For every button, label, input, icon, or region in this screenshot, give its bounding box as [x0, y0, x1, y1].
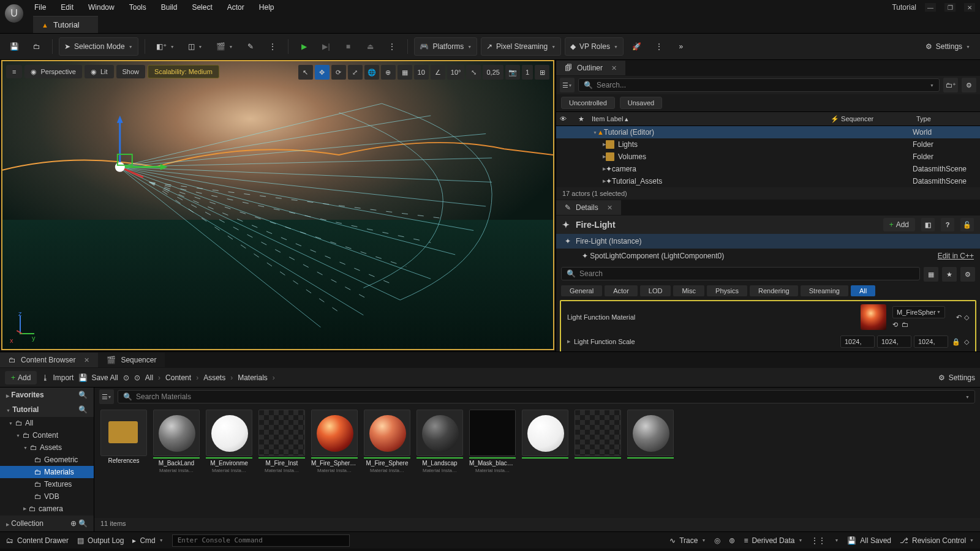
asset-thumb[interactable]: M_LandscapMaterial Insta… — [417, 410, 463, 473]
menu-window[interactable]: Window — [88, 3, 115, 12]
asset-thumb[interactable]: M_Mask_black_InstMaterial Insta… — [469, 410, 516, 473]
light-function-material-thumb[interactable] — [861, 304, 886, 330]
tree-assets[interactable]: ▼🗀 Assets — [0, 441, 94, 454]
outliner-row-camera[interactable]: ▶ ✦ cameraDatasmithScene — [556, 163, 980, 175]
tree-vdb[interactable]: 🗀 VDB — [0, 490, 94, 503]
filter-general[interactable]: General — [561, 285, 602, 296]
search-icon[interactable]: 🔍 — [78, 405, 88, 414]
toolbar-more-button[interactable]: ⋮ — [650, 37, 668, 56]
asset-thumb[interactable]: References — [100, 410, 147, 473]
tool-brush-button[interactable]: ✎ — [241, 37, 260, 56]
asset-thumb[interactable] — [627, 410, 674, 473]
scale-snap-button[interactable]: ⤡ — [466, 65, 481, 80]
outliner-row-volumes[interactable]: ▶ VolumesFolder — [556, 151, 980, 163]
col-type[interactable]: Type — [913, 115, 980, 122]
tree-materials[interactable]: 🗀 Materials — [0, 466, 94, 478]
crumb-all[interactable]: All — [145, 373, 153, 382]
filter-physics[interactable]: Physics — [707, 285, 747, 296]
play-button[interactable]: ▶ — [295, 37, 313, 56]
menu-edit[interactable]: Edit — [61, 3, 74, 12]
cb-search-input[interactable]: 🔍Search Materials▼ — [118, 390, 975, 403]
filter-lod[interactable]: LOD — [640, 285, 671, 296]
use-selected-button[interactable]: ⟲ — [892, 321, 898, 329]
crumb-materials[interactable]: Materials — [238, 373, 268, 382]
filter-actor[interactable]: Actor — [605, 285, 638, 296]
filter-rendering[interactable]: Rendering — [750, 285, 798, 296]
viewport-lit-dropdown[interactable]: ◉ Lit — [85, 65, 114, 78]
viewport-show-dropdown[interactable]: Show — [116, 65, 146, 78]
details-favorites-button[interactable]: ★ — [942, 267, 957, 282]
chip-unsaved[interactable]: Unsaved — [620, 97, 662, 109]
cb-filter-button[interactable]: ☰▼ — [99, 389, 114, 404]
filter-all[interactable]: All — [851, 285, 875, 296]
history-fwd-button[interactable]: ⊙ — [134, 373, 140, 382]
outliner-new-folder-button[interactable]: 🗀⁺ — [943, 78, 958, 92]
derived-data-dropdown[interactable]: ≡Derived Data▼ — [744, 536, 802, 545]
favorites-header[interactable]: ▶ Favorites🔍 — [0, 388, 94, 402]
cb-saveall-button[interactable]: 💾Save All — [78, 373, 118, 382]
menu-tools[interactable]: Tools — [129, 3, 146, 12]
search-icon[interactable]: 🔍 — [78, 391, 88, 399]
lock-icon[interactable]: 🔒 — [952, 338, 960, 346]
trace-dropdown[interactable]: ∿Trace▼ — [669, 536, 706, 545]
asset-thumb[interactable]: M_Fire_InstMaterial Insta… — [258, 410, 305, 473]
details-settings-button[interactable]: ⚙ — [960, 267, 975, 282]
skip-button[interactable]: ▶| — [317, 37, 335, 56]
keyframe-button[interactable]: ◇ — [964, 338, 969, 346]
cmd-dropdown[interactable]: ▸Cmd▼ — [132, 536, 163, 545]
outliner-row-tutorial[interactable]: ▼ ▲ Tutorial (Editor)World — [556, 126, 980, 138]
details-help-button[interactable]: ? — [941, 218, 954, 231]
menu-file[interactable]: File — [34, 3, 46, 12]
platforms-dropdown[interactable]: 🎮Platforms▼ — [414, 37, 477, 56]
asset-thumb[interactable]: M_BackLandMaterial Insta… — [153, 410, 200, 473]
snap-grid-button[interactable]: ▦ — [398, 65, 412, 80]
vp-roles-dropdown[interactable]: ◆VP Roles▼ — [565, 37, 624, 56]
details-search-input[interactable]: 🔍Search — [561, 267, 920, 280]
output-log-button[interactable]: ▤Output Log — [77, 536, 124, 545]
tool-more-button[interactable]: ⋮ — [263, 37, 282, 56]
crumb-content[interactable]: Content — [165, 373, 191, 382]
cinematics-button[interactable]: 🎬▼ — [211, 37, 238, 56]
outliner-search-input[interactable]: 🔍Search...▼ — [578, 78, 940, 92]
play-options-button[interactable]: ⋮ — [383, 37, 401, 56]
close-icon[interactable]: ✕ — [84, 356, 89, 364]
tree-content[interactable]: ▼🗀 Content — [0, 429, 94, 441]
asset-thumb[interactable]: M_Fire_SphereMaterial Insta… — [364, 410, 410, 473]
asset-thumb[interactable]: M_Fire_Sphere_InstMaterial Insta… — [311, 410, 358, 473]
pixel-streaming-dropdown[interactable]: ↗Pixel Streaming▼ — [481, 37, 561, 56]
select-tool-button[interactable]: ↖ — [298, 65, 313, 80]
outliner-filter-button[interactable]: ☰▼ — [560, 78, 575, 92]
all-saved-button[interactable]: 💾All Saved — [847, 536, 891, 545]
menu-select[interactable]: Select — [192, 3, 212, 12]
tree-textures[interactable]: 🗀 Textures — [0, 478, 94, 490]
eject-button[interactable]: ⏏ — [361, 37, 379, 56]
selection-mode-dropdown[interactable]: ➤ Selection Mode ▼ — [59, 37, 138, 56]
console-command-input[interactable] — [172, 534, 350, 547]
menu-actor[interactable]: Actor — [227, 3, 244, 12]
activity-icon[interactable]: ⋮⋮ — [811, 536, 826, 545]
angle-snap-button[interactable]: ∠ — [431, 65, 445, 80]
trace-record-button[interactable]: ◎ — [714, 536, 720, 545]
filter-streaming[interactable]: Streaming — [801, 285, 848, 296]
reset-to-default-button[interactable]: ↶ — [956, 313, 962, 321]
asset-thumb[interactable] — [575, 410, 621, 473]
angle-snap-value[interactable]: 10° — [447, 65, 465, 80]
trace-bookmark-button[interactable]: ⊚ — [729, 536, 735, 545]
cb-add-button[interactable]: +Add — [5, 371, 37, 384]
content-drawer-button[interactable]: 🗂Content Drawer — [6, 536, 69, 545]
window-minimize-button[interactable]: — — [925, 3, 936, 12]
outliner-settings-button[interactable]: ⚙ — [962, 78, 976, 92]
tab-details[interactable]: ✎Details✕ — [556, 200, 621, 215]
scale-tool-button[interactable]: ⤢ — [348, 65, 363, 80]
details-grid-view-button[interactable]: ▦ — [924, 267, 938, 282]
details-add-button[interactable]: +Add — [883, 218, 915, 231]
rotate-tool-button[interactable]: ⟳ — [331, 65, 346, 80]
filter-misc[interactable]: Misc — [673, 285, 704, 296]
browse-button[interactable]: 🗀 — [28, 37, 46, 56]
chip-uncontrolled[interactable]: Uncontrolled — [561, 97, 615, 109]
tree-all[interactable]: ▼🗀 All — [0, 417, 94, 429]
camera-speed-button[interactable]: 📷 — [505, 65, 520, 80]
grid-snap-value[interactable]: 10 — [414, 65, 429, 80]
tree-geometric[interactable]: 🗀 Geometric — [0, 454, 94, 466]
camera-speed-value[interactable]: 1 — [522, 65, 533, 80]
